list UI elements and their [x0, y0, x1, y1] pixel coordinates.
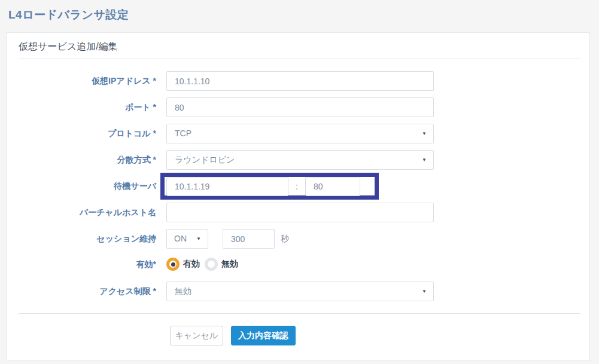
session-keep-label: セッション維持 [7, 229, 156, 249]
protocol-select[interactable]: TCP ▼ [166, 124, 434, 143]
access-restriction-select[interactable]: 無効 ▼ [166, 282, 434, 301]
protocol-select-value: TCP [175, 129, 191, 138]
radio-selected-icon [166, 258, 180, 271]
standby-server-colon: : [296, 182, 298, 191]
port-label: ポート * [7, 97, 156, 117]
virtual-host-row: バーチャルホスト名 [7, 203, 589, 222]
virtual-ip-label: 仮想IPアドレス * [7, 71, 156, 91]
confirm-input-button[interactable]: 入力内容確認 [231, 326, 296, 345]
enabled-radio-on-label: 有効 [183, 259, 200, 270]
enabled-label: 有効* [7, 258, 156, 271]
session-seconds-input[interactable] [223, 229, 275, 249]
standby-server-highlight-box: : [160, 173, 379, 200]
enabled-row: 有効* 有効 無効 [7, 258, 589, 271]
virtual-ip-row: 仮想IPアドレス * [7, 71, 589, 91]
chevron-down-icon: ▼ [422, 282, 427, 301]
chevron-down-icon: ▼ [196, 230, 201, 248]
enabled-radio-group: 有効 無効 [166, 258, 238, 271]
protocol-label: プロトコル * [7, 124, 156, 143]
enabled-radio-on[interactable]: 有効 [166, 258, 200, 271]
chevron-down-icon: ▼ [422, 151, 427, 169]
access-restriction-select-value: 無効 [175, 286, 191, 296]
standby-server-ip-input[interactable] [166, 177, 288, 196]
virtual-ip-input[interactable] [166, 71, 434, 91]
balance-method-select-value: ラウンドロビン [175, 155, 235, 164]
session-keep-select-value: ON [174, 234, 187, 243]
balance-method-select[interactable]: ラウンドロビン ▼ [166, 150, 434, 170]
chevron-down-icon: ▼ [422, 124, 427, 143]
port-row: ポート * [7, 97, 589, 117]
footer-divider [19, 313, 580, 314]
enabled-radio-off[interactable]: 無効 [205, 258, 238, 271]
standby-server-label: 待機サーバ [7, 176, 156, 196]
virtual-host-input[interactable] [166, 203, 434, 222]
session-keep-row: セッション維持 ON ▼ 秒 [7, 229, 589, 249]
standby-server-row: 待機サーバ : [7, 176, 589, 196]
cancel-button[interactable]: キャンセル [170, 326, 223, 345]
virtual-service-form-card: 仮想サービス追加/編集 仮想IPアドレス * ポート * プロトコル * TCP… [7, 32, 589, 361]
balance-method-row: 分散方式 * ラウンドロビン ▼ [7, 150, 589, 170]
port-input[interactable] [166, 97, 434, 117]
access-restriction-row: アクセス制限 * 無効 ▼ [7, 282, 589, 301]
access-restriction-label: アクセス制限 * [7, 282, 156, 301]
enabled-radio-off-label: 無効 [221, 259, 238, 270]
page-title: L4ロードバランサ設定 [8, 7, 129, 23]
session-keep-select[interactable]: ON ▼ [166, 229, 208, 249]
header-divider [19, 59, 580, 59]
session-seconds-unit: 秒 [281, 229, 289, 249]
radio-unselected-icon [205, 258, 218, 271]
balance-method-label: 分散方式 * [7, 150, 156, 170]
virtual-host-label: バーチャルホスト名 [7, 203, 156, 222]
standby-server-port-input[interactable] [305, 177, 360, 196]
card-title: 仮想サービス追加/編集 [19, 41, 118, 53]
protocol-row: プロトコル * TCP ▼ [7, 124, 589, 143]
